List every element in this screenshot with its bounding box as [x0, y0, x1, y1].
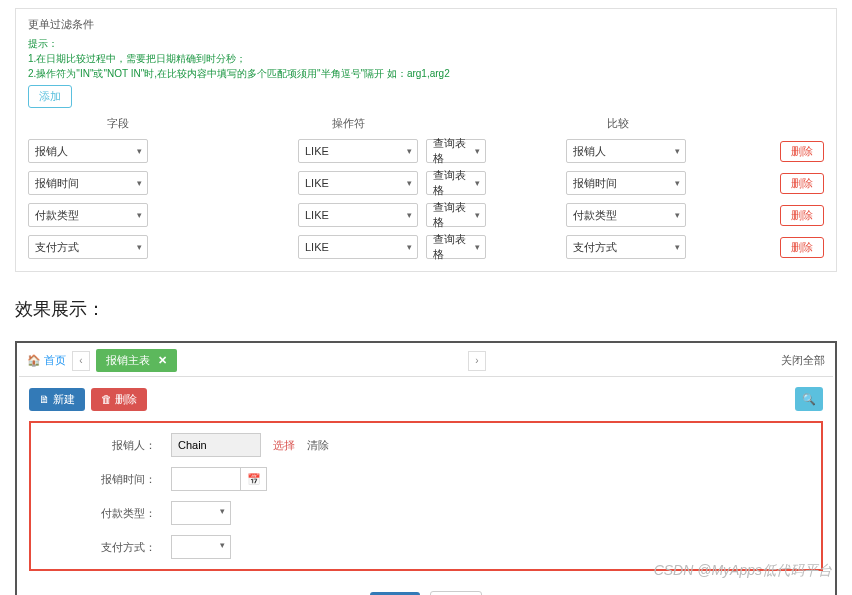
query-select[interactable]: 查询表格 [426, 171, 486, 195]
tab-label: 报销主表 [106, 353, 150, 368]
delete-rule-button[interactable]: 删除 [780, 205, 824, 226]
paymethod-select[interactable] [171, 535, 231, 559]
chevron-left-icon[interactable]: ‹ [72, 351, 90, 371]
delete-rule-button[interactable]: 删除 [780, 237, 824, 258]
rule-row: 报销人LIKE查询表格报销人删除 [28, 139, 824, 163]
panel-title: 更单过滤条件 [28, 17, 824, 32]
date-input[interactable] [171, 467, 241, 491]
operator-select[interactable]: LIKE [298, 235, 418, 259]
operator-select[interactable]: LIKE [298, 171, 418, 195]
label-person: 报销人： [41, 438, 171, 453]
result-screenshot: 🏠 首页 ‹ 报销主表 ✕ › 关闭全部 🗎 新建 🗑 删除 🔍 [15, 341, 837, 595]
header-field: 字段 [28, 116, 208, 131]
calendar-icon[interactable]: 📅 [241, 467, 267, 491]
watermark: CSDN @MyApps低代码平台 [654, 562, 832, 580]
query-select[interactable]: 查询表格 [426, 235, 486, 259]
header-compare: 比较 [488, 116, 748, 131]
compare-select[interactable]: 支付方式 [566, 235, 686, 259]
home-label: 首页 [44, 353, 66, 368]
field-select[interactable]: 报销时间 [28, 171, 148, 195]
query-select[interactable]: 查询表格 [426, 203, 486, 227]
close-icon[interactable]: ✕ [158, 354, 167, 367]
delete-button[interactable]: 🗑 删除 [91, 388, 147, 411]
delete-rule-button[interactable]: 删除 [780, 173, 824, 194]
hint-label: 提示： [28, 38, 58, 49]
form-row-paymethod: 支付方式： [41, 535, 811, 559]
compare-select[interactable]: 报销时间 [566, 171, 686, 195]
search-button[interactable]: 🔍 [795, 387, 823, 411]
column-headers: 字段 操作符 比较 [28, 116, 824, 131]
label-paytype: 付款类型： [41, 506, 171, 521]
form-row-paytype: 付款类型： [41, 501, 811, 525]
filter-config-panel: 更单过滤条件 提示： 1.在日期比较过程中，需要把日期精确到时分秒； 2.操作符… [15, 8, 837, 272]
top-navbar: 🏠 首页 ‹ 报销主表 ✕ › 关闭全部 [19, 345, 833, 377]
field-select[interactable]: 支付方式 [28, 235, 148, 259]
label-time: 报销时间： [41, 472, 171, 487]
person-input[interactable] [171, 433, 261, 457]
home-link[interactable]: 🏠 首页 [27, 353, 66, 368]
home-icon: 🏠 [27, 354, 41, 367]
chevron-right-icon[interactable]: › [468, 351, 486, 371]
toolbar: 🗎 新建 🗑 删除 🔍 [19, 377, 833, 421]
select-link[interactable]: 选择 [273, 438, 295, 453]
label-paymethod: 支付方式： [41, 540, 171, 555]
compare-select[interactable]: 报销人 [566, 139, 686, 163]
rule-row: 支付方式LIKE查询表格支付方式删除 [28, 235, 824, 259]
tab-active[interactable]: 报销主表 ✕ [96, 349, 177, 372]
operator-select[interactable]: LIKE [298, 203, 418, 227]
delete-label: 删除 [115, 392, 137, 407]
trash-icon: 🗑 [101, 393, 112, 405]
file-icon: 🗎 [39, 393, 50, 405]
delete-rule-button[interactable]: 删除 [780, 141, 824, 162]
new-button[interactable]: 🗎 新建 [29, 388, 85, 411]
query-select[interactable]: 查询表格 [426, 139, 486, 163]
compare-select[interactable]: 付款类型 [566, 203, 686, 227]
section-title: 效果展示： [0, 287, 852, 341]
operator-select[interactable]: LIKE [298, 139, 418, 163]
form-row-time: 报销时间： 📅 [41, 467, 811, 491]
search-form: 报销人： 选择 清除 报销时间： 📅 付款类型： 支付方式： [29, 421, 823, 571]
search-icon: 🔍 [802, 393, 816, 406]
form-actions: 查询 重置 [19, 583, 833, 595]
hint-line-1: 1.在日期比较过程中，需要把日期精确到时分秒； [28, 53, 246, 64]
clear-link[interactable]: 清除 [307, 438, 329, 453]
close-all-link[interactable]: 关闭全部 [781, 353, 825, 368]
reset-button[interactable]: 重置 [430, 591, 482, 595]
field-select[interactable]: 付款类型 [28, 203, 148, 227]
rule-row: 报销时间LIKE查询表格报销时间删除 [28, 171, 824, 195]
new-label: 新建 [53, 392, 75, 407]
paytype-select[interactable] [171, 501, 231, 525]
hint-block: 提示： 1.在日期比较过程中，需要把日期精确到时分秒； 2.操作符为"IN"或"… [28, 36, 824, 81]
header-operator: 操作符 [208, 116, 488, 131]
hint-line-2: 2.操作符为"IN"或"NOT IN"时,在比较内容中填写的多个匹配项须用"半角… [28, 68, 450, 79]
field-select[interactable]: 报销人 [28, 139, 148, 163]
add-button[interactable]: 添加 [28, 85, 72, 108]
form-row-person: 报销人： 选择 清除 [41, 433, 811, 457]
rule-row: 付款类型LIKE查询表格付款类型删除 [28, 203, 824, 227]
